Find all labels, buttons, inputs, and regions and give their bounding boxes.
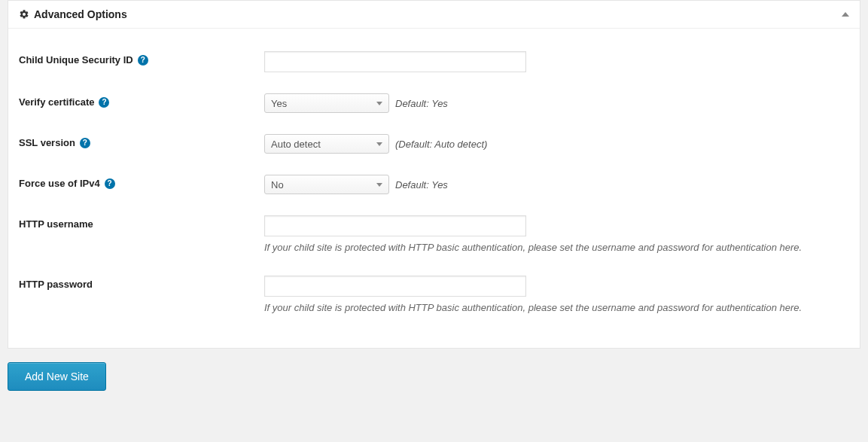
panel-body: Child Unique Security ID ? Verify certif… <box>8 29 860 348</box>
help-icon[interactable]: ? <box>80 138 90 148</box>
chevron-down-icon <box>376 102 382 105</box>
label-ssl-version: SSL version <box>19 137 75 148</box>
advanced-options-header[interactable]: Advanced Options <box>8 1 860 29</box>
chevron-down-icon <box>376 142 382 146</box>
hint-ssl-version: (Default: Auto detect) <box>395 139 487 150</box>
chevron-down-icon <box>376 183 382 187</box>
panel-title: Advanced Options <box>34 8 127 20</box>
row-security-id: Child Unique Security ID ? <box>19 41 849 83</box>
help-icon[interactable]: ? <box>99 97 109 108</box>
collapse-up-icon <box>842 12 849 17</box>
label-verify-certificate: Verify certificate <box>19 96 94 108</box>
add-new-site-button[interactable]: Add New Site <box>8 362 106 391</box>
row-verify-certificate: Verify certificate ? Yes Default: Yes <box>19 83 849 123</box>
security-id-input[interactable] <box>264 51 526 72</box>
ssl-version-select[interactable]: Auto detect <box>264 134 389 154</box>
select-value: Auto detect <box>271 139 321 150</box>
row-ssl-version: SSL version ? Auto detect (Default: Auto… <box>19 123 849 164</box>
verify-certificate-select[interactable]: Yes <box>264 93 389 113</box>
select-value: No <box>271 179 284 191</box>
label-force-ipv4: Force use of IPv4 <box>19 178 100 189</box>
row-force-ipv4: Force use of IPv4 ? No Default: Yes <box>19 164 849 205</box>
advanced-options-panel: Advanced Options Child Unique Security I… <box>8 0 860 349</box>
hint-force-ipv4: Default: Yes <box>395 179 448 191</box>
gear-icon <box>19 9 29 20</box>
desc-http-password: If your child site is protected with HTT… <box>264 301 821 315</box>
row-http-username: HTTP username If your child site is prot… <box>19 205 849 265</box>
label-http-username: HTTP username <box>19 218 93 230</box>
force-ipv4-select[interactable]: No <box>264 175 389 194</box>
select-value: Yes <box>271 98 287 109</box>
desc-http-username: If your child site is protected with HTT… <box>264 241 821 255</box>
http-password-input[interactable] <box>264 276 526 297</box>
http-username-input[interactable] <box>264 215 526 236</box>
row-http-password: HTTP password If your child site is prot… <box>19 265 849 325</box>
hint-verify-certificate: Default: Yes <box>395 98 448 109</box>
label-security-id: Child Unique Security ID <box>19 54 133 66</box>
help-icon[interactable]: ? <box>138 55 148 66</box>
help-icon[interactable]: ? <box>105 178 115 189</box>
label-http-password: HTTP password <box>19 279 93 290</box>
